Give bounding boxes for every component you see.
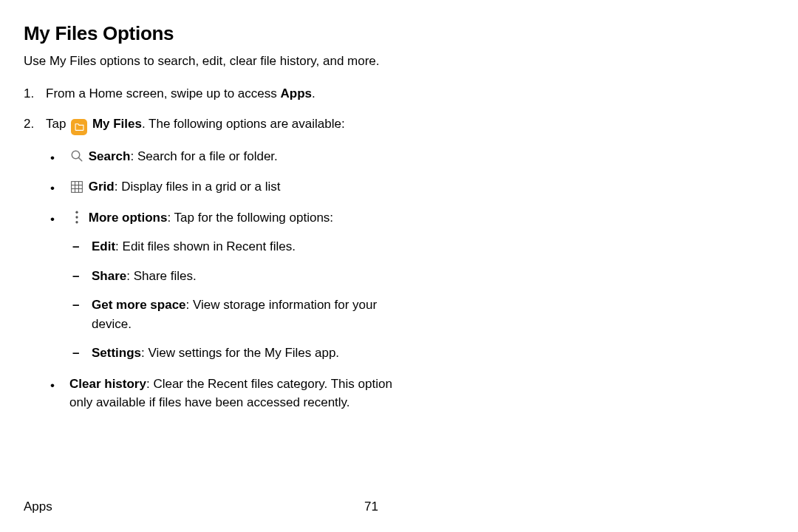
more-share-label: Share [92,269,126,283]
more-options-list: Edit: Edit files shown in Recent files. … [69,237,415,363]
more-options-icon [69,211,84,224]
footer-section: Apps [24,499,364,514]
svg-rect-2 [72,182,83,193]
footer-page-number: 71 [364,499,378,514]
more-space: Get more space: View storage information… [69,296,415,333]
more-share: Share: Share files. [69,267,415,286]
option-grid-label: Grid [89,180,115,194]
more-share-desc: : Share files. [126,269,197,283]
option-clear-history: Clear history: Clear the Recent files ca… [46,375,415,412]
options-list: Search: Search for a file or folder. Gri… [46,147,415,412]
svg-point-9 [75,221,78,223]
step-2-post: . The following options are available: [142,117,345,131]
option-grid-desc: : Display files in a grid or a list [115,180,281,194]
step-1: From a Home screen, swipe up to access A… [24,84,415,103]
step-2: Tap My Files. The following options are … [24,115,415,412]
page-footer: Apps 71 [24,499,378,514]
option-search: Search: Search for a file or folder. [46,147,415,166]
more-edit-desc: : Edit files shown in Recent files. [115,239,296,253]
step-1-bold: Apps [280,86,312,100]
step-2-app: My Files [92,117,142,131]
option-clear-label: Clear history [69,377,146,391]
steps-list: From a Home screen, swipe up to access A… [24,84,415,412]
option-more-desc: : Tap for the following options: [167,211,333,225]
more-edit-label: Edit [92,239,115,253]
more-settings-label: Settings [92,346,141,360]
option-more-label: More options [89,211,168,225]
search-icon [69,149,84,163]
more-settings: Settings: View settings for the My Files… [69,344,415,363]
grid-icon [69,181,84,193]
step-2-pre: Tap [46,117,69,131]
step-1-pre: From a Home screen, swipe up to access [46,86,280,100]
option-grid: Grid: Display files in a grid or a list [46,177,415,197]
step-1-post: . [312,86,316,100]
option-search-desc: : Search for a file or folder. [130,149,277,163]
more-settings-desc: : View settings for the My Files app. [141,346,339,360]
option-search-label: Search [89,149,131,163]
svg-point-7 [75,211,78,213]
my-files-folder-icon [71,119,87,135]
option-more: More options: Tap for the following opti… [46,208,415,363]
more-edit: Edit: Edit files shown in Recent files. [69,237,415,256]
page-title: My Files Options [24,22,774,45]
svg-line-1 [78,157,82,161]
intro-text: Use My Files options to search, edit, cl… [24,52,400,71]
more-space-label: Get more space [92,298,186,312]
svg-point-8 [75,216,78,218]
